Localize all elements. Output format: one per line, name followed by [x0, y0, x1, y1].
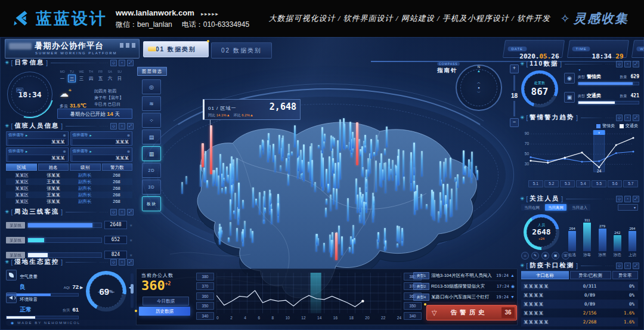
tab-data-category-1[interactable]: 01 数据类别: [143, 41, 209, 57]
trend-x-tick[interactable]: 5.6: [608, 180, 623, 187]
duty-leader-card[interactable]: 值班领导 ▸ ⊗ 某某某: [70, 147, 133, 162]
duty-leader-card[interactable]: 值班领导 ▸ ⊗ 某某某: [70, 131, 133, 146]
checkpoint-row[interactable]: 某某某某某 0/311 0%: [521, 282, 638, 291]
persons-bar[interactable]: 264 上访: [627, 211, 638, 258]
layer-sector-button[interactable]: 板块: [142, 196, 161, 211]
duty-col-header[interactable]: 警力数: [102, 164, 133, 171]
weekday[interactable]: 一: [58, 75, 66, 82]
layer-signal-button[interactable]: ≋: [142, 96, 161, 111]
weekday[interactable]: 日: [116, 75, 123, 82]
panel-window-icon[interactable]: ▫: [624, 263, 631, 269]
duty-table-row[interactable]: 某某区王某某副所长268: [6, 192, 132, 198]
trend-x-tick[interactable]: 5.3: [560, 180, 575, 187]
panel-window-icon[interactable]: ▫: [624, 196, 631, 202]
panel-window-icon[interactable]: ▫: [119, 123, 125, 129]
trend-x-tick[interactable]: 5.7: [623, 180, 638, 187]
panel-window-icon[interactable]: ▫: [119, 60, 125, 66]
panel-refresh-icon[interactable]: ◇: [110, 60, 117, 66]
duty-table-row[interactable]: 某某区张某某副所长268: [6, 172, 132, 178]
layer-cluster-button[interactable]: ⁘: [142, 113, 161, 128]
layer-mode-3d-button[interactable]: 3D: [142, 180, 161, 195]
persons-bar[interactable]: 311 涉毒: [581, 211, 593, 258]
alert-row[interactable]: 类型1 湿地3-104片区有不明人员闯入 19:24 ▲: [413, 270, 515, 281]
alert-history-banner[interactable]: ▽! 告警历史 36: [426, 305, 517, 320]
panel-refresh-icon[interactable]: ◇: [616, 115, 623, 121]
layer-location-button[interactable]: ◎: [142, 79, 161, 94]
gauge-left-arrow[interactable]: ▶: [80, 285, 83, 290]
panel-expand-icon[interactable]: ⤢: [633, 263, 639, 269]
duty-leader-card[interactable]: 值班领导 ▸ ⊗ 某某某: [6, 131, 69, 146]
logo[interactable]: 蓝蓝设计: [11, 8, 107, 29]
duty-col-header[interactable]: 级别: [70, 164, 101, 171]
persons-dropdown[interactable]: ▾: [618, 204, 638, 211]
website-link[interactable]: www.lanlanwork.com: [116, 8, 194, 17]
close-icon[interactable]: ⊗: [63, 149, 66, 153]
weekday[interactable]: 六: [106, 75, 114, 82]
checkpoint-col-header[interactable]: 异常/已检测: [570, 271, 611, 279]
persons-tab[interactable]: 当日进入: [569, 204, 590, 211]
checkpoint-row[interactable]: 某某某某 0/89 0%: [521, 291, 638, 300]
persons-tool-icon-3[interactable]: ◉: [541, 252, 549, 260]
legend-item[interactable]: 警情类: [596, 123, 615, 129]
weekday[interactable]: 五: [97, 75, 104, 82]
panel-expand-icon[interactable]: ⤢: [633, 61, 639, 67]
duty-table-row[interactable]: 某某区王某某副所长268: [6, 178, 132, 185]
eco-scrollbar[interactable]: [131, 273, 134, 308]
weekday[interactable]: 三: [78, 75, 85, 82]
alert-row[interactable]: 类型2 RD13-53烟感报警疑似火灾 17:24 ◉: [413, 281, 515, 292]
checkpoint-row[interactable]: 某某某某某 2/268 1.6%: [521, 317, 638, 326]
inspiration-collect[interactable]: ✧ 灵感收集: [560, 10, 628, 27]
panel-refresh-icon[interactable]: ◇: [110, 259, 117, 266]
panel-refresh-icon[interactable]: ◇: [616, 61, 623, 67]
trend-x-tick[interactable]: 5.4: [576, 180, 591, 187]
panel-expand-icon[interactable]: ⤢: [633, 196, 639, 202]
close-icon[interactable]: ⊗: [127, 149, 130, 153]
persons-tool-icon-4[interactable]: ▣: [552, 252, 559, 260]
trend-x-tick[interactable]: 5.5: [592, 180, 606, 187]
panel-refresh-icon[interactable]: ◇: [616, 196, 623, 202]
duty-col-header[interactable]: 区域: [6, 164, 37, 171]
panel-refresh-icon[interactable]: ◇: [616, 263, 623, 269]
close-icon[interactable]: ⊗: [63, 133, 66, 137]
panel-refresh-icon[interactable]: ◇: [110, 209, 117, 215]
checkpoint-col-header[interactable]: 卡口名称: [521, 271, 569, 279]
panel-window-icon[interactable]: ▫: [624, 61, 631, 67]
panel-expand-icon[interactable]: ⤢: [127, 123, 134, 129]
checkpoint-col-header[interactable]: 异常率: [612, 271, 638, 279]
panel-expand-icon[interactable]: ⤢: [127, 209, 134, 215]
persons-bar[interactable]: 264 在逃: [566, 211, 578, 258]
checkpoint-row[interactable]: 某某某某 0/89 0%: [521, 300, 638, 309]
duty-table-row[interactable]: 某某区张某某副所长268: [6, 185, 132, 192]
today-data-button[interactable]: 今日数据: [143, 297, 189, 306]
zoom-out-button[interactable]: −: [510, 118, 519, 127]
trend-x-tick[interactable]: 5.1: [528, 180, 543, 187]
panel-window-icon[interactable]: ▫: [624, 115, 631, 121]
persons-tab[interactable]: 当日离网: [545, 204, 566, 211]
weekday[interactable]: 四: [87, 75, 95, 82]
persons-bar[interactable]: 279 涉黑: [596, 211, 608, 258]
panel-expand-icon[interactable]: ⤢: [127, 259, 134, 266]
close-icon[interactable]: ⊗: [127, 133, 130, 137]
persons-tool-icon-2[interactable]: ✎: [531, 252, 539, 260]
panel-expand-icon[interactable]: ⤢: [127, 60, 134, 66]
layer-bar-chart-button[interactable]: ▥: [142, 146, 161, 161]
persons-tool-icon-1[interactable]: ⌂: [521, 252, 529, 260]
panel-window-icon[interactable]: ▫: [119, 209, 125, 215]
layer-mode-2d-button[interactable]: 2D: [142, 163, 161, 178]
legend-item[interactable]: 交通类: [620, 123, 638, 129]
panel-window-icon[interactable]: ▫: [119, 259, 125, 266]
alert-row[interactable]: 类型4 某路口有小汽车连闯三个红灯 19:24 ▼: [413, 292, 515, 303]
duty-leader-card[interactable]: 值班领导 ▸ ⊗ 某某某: [6, 147, 69, 162]
persons-bar[interactable]: 242 涉恐: [612, 211, 623, 258]
duty-table-row[interactable]: 某某区张某某副所长268: [6, 198, 132, 205]
zoom-in-button[interactable]: +: [510, 64, 519, 73]
history-data-button[interactable]: 历史数据: [139, 307, 190, 316]
panel-expand-icon[interactable]: ⤢: [633, 115, 639, 121]
duty-col-header[interactable]: 姓名: [38, 164, 69, 171]
layer-building-button[interactable]: ▤: [142, 129, 161, 144]
panel-refresh-icon[interactable]: ◇: [110, 123, 117, 129]
tab-data-category-2[interactable]: 02 数据类别: [211, 42, 272, 58]
checkpoint-row[interactable]: 某某某某 2/156 1.6%: [521, 309, 638, 317]
weekday[interactable]: 二: [68, 75, 76, 82]
trend-x-tick[interactable]: 5.2: [544, 180, 559, 187]
